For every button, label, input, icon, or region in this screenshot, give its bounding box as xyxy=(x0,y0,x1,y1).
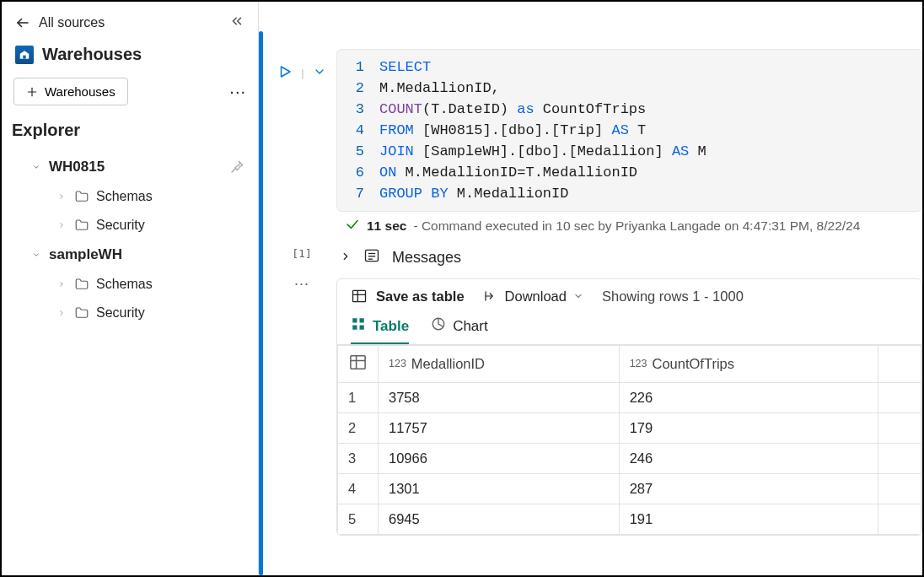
execution-status: 11 sec - Command executed in 10 sec by P… xyxy=(336,212,922,244)
sidebar: All sources Warehouses Warehouses ··· Ex… xyxy=(2,2,259,575)
tree-child-schemas[interactable]: Schemas xyxy=(12,270,248,299)
cell-medallionid: 1301 xyxy=(379,474,620,504)
messages-icon xyxy=(363,247,380,268)
active-cell-indicator xyxy=(259,31,263,575)
download-button[interactable]: Download xyxy=(483,288,583,305)
cell-countoftrips: 226 xyxy=(619,383,878,413)
add-warehouses-button[interactable]: Warehouses xyxy=(13,78,128,105)
tree-child-security[interactable]: Security xyxy=(12,211,248,240)
chart-view-icon xyxy=(431,316,446,336)
cell-medallionid: 3758 xyxy=(379,383,620,413)
column-header-countoftrips[interactable]: 123CountOfTrips xyxy=(619,346,878,383)
explorer-heading: Explorer xyxy=(12,117,248,152)
tree-child-schemas[interactable]: Schemas xyxy=(12,182,248,211)
section-title: Warehouses xyxy=(42,45,142,64)
back-arrow-icon[interactable] xyxy=(15,15,30,30)
svg-rect-15 xyxy=(352,318,357,322)
svg-line-4 xyxy=(232,169,235,172)
messages-label[interactable]: Messages xyxy=(392,249,461,267)
chevron-down-icon xyxy=(573,291,583,301)
table-row[interactable]: 211757179 xyxy=(338,413,921,444)
folder-icon xyxy=(74,305,89,321)
folder-icon xyxy=(74,277,89,292)
svg-marker-5 xyxy=(282,67,291,77)
breadcrumb-all-sources[interactable]: All sources xyxy=(39,15,105,30)
column-type-badge: 123 xyxy=(630,358,647,369)
run-options-chevron-icon[interactable] xyxy=(313,65,326,81)
tree-child-label: Schemas xyxy=(96,189,153,204)
tree: WH0815SchemasSecuritysampleWHSchemasSecu… xyxy=(12,152,248,327)
run-cell-button[interactable] xyxy=(277,64,293,82)
tab-chart[interactable]: Chart xyxy=(431,316,488,344)
chevron-right-icon xyxy=(56,191,67,202)
row-number: 2 xyxy=(338,413,379,444)
column-type-badge: 123 xyxy=(389,358,406,369)
results-table[interactable]: 123MedallionID123CountOfTrips 1375822621… xyxy=(337,345,921,535)
chevron-right-icon xyxy=(56,278,67,290)
column-name: MedallionID xyxy=(411,356,485,372)
cell-countoftrips: 179 xyxy=(619,413,878,444)
cell-medallionid: 6945 xyxy=(379,504,620,535)
tab-table[interactable]: Table xyxy=(351,316,409,344)
table-view-icon xyxy=(351,316,366,336)
chevron-down-icon xyxy=(30,161,42,173)
cell-gutter: | [1] ··· xyxy=(267,49,336,575)
row-number: 3 xyxy=(338,444,379,474)
results-corner-cell[interactable] xyxy=(338,346,379,383)
collapse-sidebar-icon[interactable] xyxy=(229,13,244,31)
plus-icon xyxy=(26,86,38,98)
table-save-icon xyxy=(351,288,368,305)
column-header-medallionid[interactable]: 123MedallionID xyxy=(379,346,620,383)
tree-node-label: WH0815 xyxy=(49,159,105,175)
chevron-right-icon xyxy=(56,307,67,319)
main-area: | [1] ··· 1SELECT2M.MedallionID,3COUNT(T… xyxy=(259,2,922,575)
row-number: 5 xyxy=(338,504,379,535)
cell-countoftrips: 191 xyxy=(619,504,878,535)
column-name: CountOfTrips xyxy=(652,356,734,372)
cell-more-actions-icon[interactable]: ··· xyxy=(294,275,309,293)
svg-rect-10 xyxy=(353,290,366,301)
cell-countoftrips: 246 xyxy=(619,444,878,474)
row-number: 4 xyxy=(338,474,379,504)
results-view-tabs: Table Chart xyxy=(337,313,921,345)
tree-child-label: Security xyxy=(96,305,145,321)
tree-child-label: Security xyxy=(96,218,145,233)
folder-icon xyxy=(74,189,89,204)
rows-showing-label: Showing rows 1 - 1000 xyxy=(602,288,744,305)
chevron-right-icon xyxy=(56,219,67,231)
more-actions-icon[interactable]: ··· xyxy=(229,82,246,101)
save-as-table-button[interactable]: Save as table xyxy=(351,288,465,305)
svg-rect-16 xyxy=(360,318,364,322)
svg-rect-20 xyxy=(351,356,365,369)
execution-duration: 11 sec xyxy=(367,218,406,234)
sql-editor[interactable]: 1SELECT2M.MedallionID,3COUNT(T.DateID) a… xyxy=(336,49,922,212)
folder-icon xyxy=(74,218,89,233)
table-icon xyxy=(348,359,368,375)
cell-execution-count: [1] xyxy=(292,247,311,260)
download-icon xyxy=(483,288,498,304)
table-row[interactable]: 56945191 xyxy=(338,504,921,535)
table-row[interactable]: 13758226 xyxy=(338,383,921,413)
tree-child-security[interactable]: Security xyxy=(12,299,248,327)
success-check-icon xyxy=(345,217,360,235)
table-row[interactable]: 41301287 xyxy=(338,474,921,504)
row-number: 1 xyxy=(338,383,379,413)
execution-message: - Command executed in 10 sec by Priyanka… xyxy=(413,218,860,234)
tree-node-samplewh[interactable]: sampleWH xyxy=(12,240,248,270)
tree-child-label: Schemas xyxy=(96,277,153,292)
table-row[interactable]: 310966246 xyxy=(338,444,921,474)
warehouse-icon xyxy=(15,46,34,64)
svg-rect-17 xyxy=(352,326,357,330)
tree-node-wh0815[interactable]: WH0815 xyxy=(12,152,248,182)
cell-medallionid: 10966 xyxy=(379,444,620,474)
chevron-down-icon xyxy=(30,249,42,261)
results-panel: Save as table Download Showing rows 1 - … xyxy=(336,278,922,536)
messages-expand-chevron-icon[interactable] xyxy=(340,249,352,267)
svg-rect-18 xyxy=(360,326,364,330)
tree-node-label: sampleWH xyxy=(49,246,122,263)
cell-medallionid: 11757 xyxy=(379,413,620,444)
pin-icon[interactable] xyxy=(229,159,244,175)
cell-countoftrips: 287 xyxy=(619,474,878,504)
svg-rect-1 xyxy=(23,55,26,58)
